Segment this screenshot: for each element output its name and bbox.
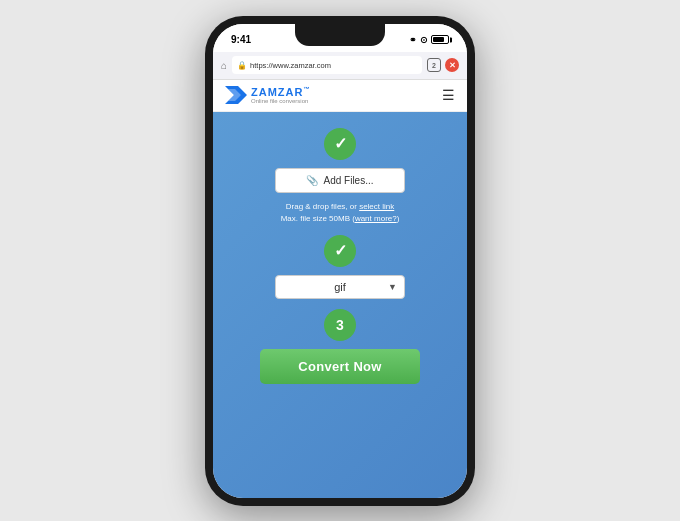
step-1-circle <box>324 128 356 160</box>
browser-actions: 2 ✕ <box>427 58 459 72</box>
status-time: 9:41 <box>231 34 251 45</box>
zamzar-header: ZAMZAR™ Online file conversion ☰ <box>213 80 467 112</box>
home-icon[interactable]: ⌂ <box>221 60 227 71</box>
phone-frame: 9:41 ••• ⚭ ⊙ ⌂ 🔒 https://www.zamzar.com … <box>205 16 475 506</box>
hamburger-menu-icon[interactable]: ☰ <box>442 87 455 103</box>
phone-screen: 9:41 ••• ⚭ ⊙ ⌂ 🔒 https://www.zamzar.com … <box>213 24 467 498</box>
lock-icon: 🔒 <box>237 61 247 70</box>
step-2-section: gif mp4 png jpg ▼ <box>233 235 447 299</box>
step-1-section: 📎 Add Files... Drag & drop files, or sel… <box>233 128 447 225</box>
url-bar[interactable]: 🔒 https://www.zamzar.com <box>232 56 422 74</box>
add-files-label: Add Files... <box>323 175 373 186</box>
status-right: ⚭ ⊙ <box>409 35 449 45</box>
main-content: 📎 Add Files... Drag & drop files, or sel… <box>213 112 467 498</box>
battery-icon <box>431 35 449 44</box>
convert-now-button[interactable]: Convert Now <box>260 349 420 384</box>
want-more-link[interactable]: want more? <box>355 214 397 223</box>
zamzar-logo-text: ZAMZAR™ Online file conversion <box>251 86 310 104</box>
zamzar-logo-icon <box>225 86 247 104</box>
drag-drop-hint: Drag & drop files, or select link Max. f… <box>281 201 400 225</box>
wifi-icon: ⊙ <box>420 35 428 45</box>
tab-count[interactable]: 2 <box>427 58 441 72</box>
file-size-text: Max. file size 50MB (want more?) <box>281 214 400 223</box>
phone-notch <box>295 24 385 46</box>
step-3-circle: 3 <box>324 309 356 341</box>
url-text: https://www.zamzar.com <box>250 61 331 70</box>
select-link[interactable]: select link <box>359 202 394 211</box>
browser-bar: ⌂ 🔒 https://www.zamzar.com 2 ✕ <box>213 52 467 80</box>
add-files-button[interactable]: 📎 Add Files... <box>275 168 405 193</box>
zamzar-brand-name: ZAMZAR™ <box>251 86 310 98</box>
bluetooth-icon: ⚭ <box>409 35 417 45</box>
zamzar-tagline: Online file conversion <box>251 98 310 104</box>
drag-drop-line1: Drag & drop files, or select link <box>286 202 395 211</box>
zamzar-logo: ZAMZAR™ Online file conversion <box>225 86 310 104</box>
format-selector-wrapper: gif mp4 png jpg ▼ <box>275 275 405 299</box>
refresh-icon[interactable]: ✕ <box>445 58 459 72</box>
upload-icon: 📎 <box>306 175 318 186</box>
step-3-section: 3 Convert Now <box>233 309 447 384</box>
format-select[interactable]: gif mp4 png jpg <box>275 275 405 299</box>
step-2-circle <box>324 235 356 267</box>
